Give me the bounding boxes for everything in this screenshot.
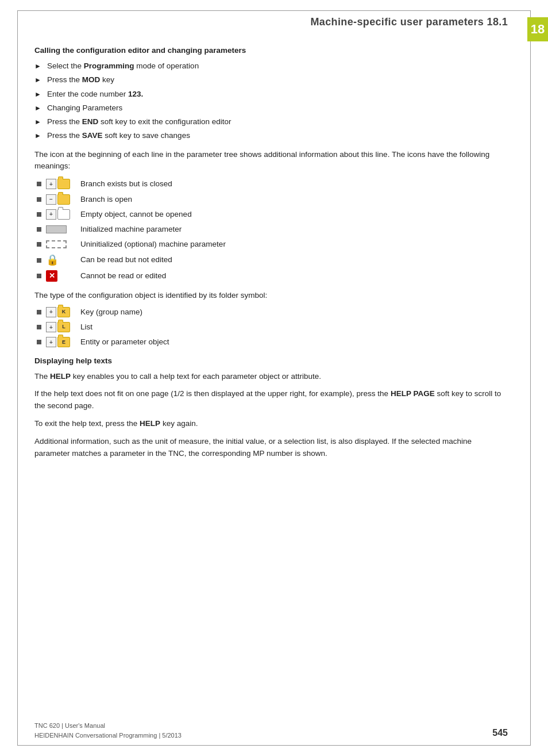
icon-item-branch-closed: Branch exists but is closed: [34, 178, 502, 190]
bold-help-3: HELP: [140, 419, 160, 428]
entity-plus: [46, 337, 56, 347]
branch-closed-pair: [46, 179, 70, 189]
folder-type-intro: The type of the configuration object is …: [34, 290, 502, 302]
entity-folder-tab: [58, 335, 63, 337]
footer-page-number: 545: [492, 726, 508, 740]
bullet-arrow-5: ►: [34, 117, 44, 127]
help-section: Displaying help texts The HELP key enabl…: [34, 356, 502, 460]
help-para-1: The HELP key enables you to call a help …: [34, 371, 502, 383]
bullet-item-2: ► Press the MOD key: [34, 74, 502, 86]
calling-section: Calling the configuration editor and cha…: [34, 46, 502, 142]
bold-help-1: HELP: [50, 372, 71, 381]
help-para-3: To exit the help text, press the HELP ke…: [34, 418, 502, 430]
folder-empty-tab: [58, 207, 63, 210]
bullet-text-1: Select the Programming mode of operation: [47, 60, 199, 72]
icon-bullet-7: [37, 274, 41, 278]
page-header: Machine-specific user parameters 18.1: [29, 16, 508, 28]
page-border-top: [17, 10, 531, 11]
icon-uninitialized: [46, 240, 75, 248]
bullet-arrow-4: ►: [34, 103, 44, 113]
bullet-arrow-2: ►: [34, 75, 44, 85]
icon-bullet-6: [37, 258, 41, 263]
icon-bullet-3: [37, 212, 41, 217]
folder-bullet-2: [37, 325, 41, 329]
key-folder-tab: [58, 305, 63, 308]
chapter-number: 18: [531, 22, 545, 37]
bullet-item-4: ► Changing Parameters: [34, 102, 502, 114]
list-folder-icon: L: [57, 322, 70, 332]
list-folder-tab: [58, 320, 63, 323]
tree-plus-empty: [46, 209, 56, 220]
icon-list-folder: L: [46, 322, 75, 332]
calling-bullet-list: ► Select the Programming mode of operati…: [34, 60, 502, 142]
folder-bullet-1: [37, 310, 41, 314]
key-folder-pair: K: [46, 307, 70, 317]
folder-empty-icon: [57, 209, 70, 220]
bullet-text-6: Press the SAVE soft key to save changes: [47, 130, 190, 141]
bullet-item-1: ► Select the Programming mode of operati…: [34, 60, 502, 72]
icon-initialized: [46, 225, 75, 233]
icon-empty-object: [46, 209, 75, 220]
icon-lock: 🔒: [46, 254, 75, 267]
page-border-right: [530, 10, 531, 746]
initialized-bar: [46, 225, 67, 233]
bullet-arrow-6: ►: [34, 131, 44, 141]
icon-lock-label: Can be read but not edited: [80, 254, 172, 266]
bullet-text-3: Enter the code number 123.: [47, 89, 143, 100]
bullet-item-6: ► Press the SAVE soft key to save change…: [34, 130, 502, 141]
bold-123: 123.: [128, 90, 143, 98]
empty-pair: [46, 209, 70, 220]
bold-end: END: [82, 117, 99, 126]
chapter-tab: 18: [527, 17, 548, 41]
bullet-arrow-1: ►: [34, 61, 44, 71]
help-para-4: Additional information, such as the unit…: [34, 436, 502, 460]
folder-item-entity: E Entity or parameter object: [34, 336, 502, 348]
icon-item-lock: 🔒 Can be read but not edited: [34, 254, 502, 267]
entity-label: Entity or parameter object: [80, 336, 169, 348]
bold-help-page: HELP PAGE: [391, 389, 435, 398]
bullet-text-4: Changing Parameters: [47, 102, 122, 114]
folder-bullet-3: [37, 340, 41, 344]
bullet-item-3: ► Enter the code number 123.: [34, 89, 502, 100]
bold-mod: MOD: [82, 75, 101, 84]
icon-x-label: Cannot be read or edited: [80, 270, 166, 282]
icon-meanings-list: Branch exists but is closed Branch is op…: [34, 178, 502, 282]
icon-item-branch-open: Branch is open: [34, 194, 502, 205]
key-folder-icon: K: [57, 307, 70, 317]
list-folder-pair: L: [46, 322, 70, 332]
folder-tab: [58, 176, 63, 179]
icon-bullet-1: [37, 182, 41, 186]
tree-minus-icon: [46, 194, 56, 205]
bold-programming: Programming: [84, 62, 134, 70]
icon-entity-folder: E: [46, 337, 75, 347]
icon-branch-open: [46, 194, 75, 205]
key-plus: [46, 307, 56, 317]
icons-intro-paragraph: The icon at the beginning of each line i…: [34, 149, 502, 173]
bullet-arrow-3: ►: [34, 89, 44, 99]
folder-open-icon: [57, 194, 70, 205]
help-para-2: If the help text does not fit on one pag…: [34, 388, 502, 412]
icon-item-initialized: Initialized machine parameter: [34, 224, 502, 235]
icon-bullet-5: [37, 242, 41, 247]
icon-item-empty: Empty object, cannot be opened: [34, 209, 502, 220]
lock-symbol: 🔒: [46, 254, 59, 267]
page-footer: TNC 620 | User's Manual HEIDENHAIN Conve…: [34, 721, 508, 740]
folder-item-list: L List: [34, 321, 502, 333]
icon-bullet-4: [37, 227, 41, 232]
folder-open-tab: [58, 192, 63, 195]
footer-left: TNC 620 | User's Manual HEIDENHAIN Conve…: [34, 721, 182, 740]
help-heading: Displaying help texts: [34, 356, 502, 365]
bullet-text-5: Press the END soft key to exit the confi…: [47, 116, 231, 128]
main-content: Calling the configuration editor and cha…: [34, 46, 502, 722]
folder-item-key: K Key (group name): [34, 306, 502, 318]
icon-item-x: ✕ Cannot be read or edited: [34, 270, 502, 282]
branch-open-pair: [46, 194, 70, 205]
bullet-item-5: ► Press the END soft key to exit the con…: [34, 116, 502, 128]
uninitialized-bar: [46, 240, 67, 248]
icon-branch-closed: [46, 179, 75, 189]
icon-key-folder: K: [46, 307, 75, 317]
page-border-left: [17, 10, 18, 746]
list-plus: [46, 322, 56, 332]
bold-save: SAVE: [82, 131, 103, 140]
calling-heading: Calling the configuration editor and cha…: [34, 46, 502, 55]
